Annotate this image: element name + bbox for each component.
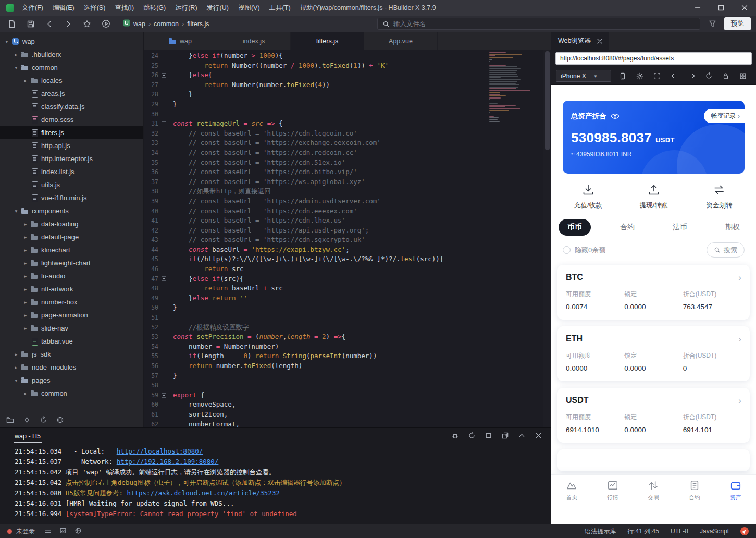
tree-item-locales[interactable]: ▸locales	[0, 74, 143, 87]
line-number[interactable]: 57	[144, 371, 158, 381]
tree-item-http.api.js[interactable]: http.api.js	[0, 139, 143, 152]
log-link[interactable]: http://localhost:8080/	[117, 447, 203, 455]
asset-card-BTC[interactable]: BTC›可用额度0.0074锁定0.0000折合(USDT)763.4547	[557, 265, 750, 320]
line-number[interactable]: 62	[144, 420, 158, 427]
line-number[interactable]: 33	[144, 138, 158, 148]
syntax-hint-library[interactable]: 语法提示库	[585, 527, 616, 536]
breadcrumb-item[interactable]: wap	[133, 20, 145, 28]
breadcrumb-item[interactable]: common	[154, 20, 179, 28]
account-records-button[interactable]: 帐变记录 ›	[704, 109, 745, 123]
tree-item-utils.js[interactable]: utils.js	[0, 178, 143, 191]
log-link[interactable]: https://ask.dcloud.net.cn/article/35232	[127, 489, 280, 497]
login-status[interactable]: 未登录	[16, 527, 35, 536]
line-number[interactable]: 45	[144, 254, 158, 264]
line-number[interactable]: 39	[144, 197, 158, 206]
console-tab[interactable]: wap - H5	[14, 430, 42, 443]
tree-item-tabbar.vue[interactable]: tabbar.vue	[0, 335, 143, 348]
save-button[interactable]	[24, 17, 38, 31]
line-number[interactable]: 29	[144, 100, 158, 109]
asset-tab-法币[interactable]: 法币	[664, 219, 696, 236]
tree-item-components[interactable]: ▾components	[0, 204, 143, 217]
chevron-down-icon[interactable]: ▾	[13, 65, 20, 70]
run-button[interactable]	[99, 17, 113, 31]
fold-marker-icon[interactable]	[158, 276, 169, 281]
line-number[interactable]: 42	[144, 226, 158, 236]
search-input[interactable]	[393, 20, 695, 28]
menu-item[interactable]: 文件(F)	[17, 0, 48, 16]
chevron-down-icon[interactable]: ▾	[13, 208, 20, 214]
tree-item-demo.scss[interactable]: demo.scss	[0, 113, 143, 126]
line-number[interactable]: 37	[144, 177, 158, 187]
line-number[interactable]: 60	[144, 400, 158, 410]
new-file-button[interactable]	[5, 17, 19, 31]
line-number[interactable]: 48	[144, 284, 158, 294]
open-external-icon[interactable]	[501, 432, 509, 441]
tree-item-http.interceptor.js[interactable]: http.interceptor.js	[0, 152, 143, 165]
fold-marker-icon[interactable]	[158, 121, 169, 126]
editor-tab-index.js[interactable]: index.js	[217, 32, 291, 50]
encoding[interactable]: UTF-8	[671, 528, 688, 535]
menu-item[interactable]: 编辑(E)	[48, 0, 79, 16]
tree-item-areas.js[interactable]: areas.js	[0, 87, 143, 100]
fold-marker-icon[interactable]	[158, 393, 169, 398]
tree-item-data-loading[interactable]: ▸data-loading	[0, 217, 143, 230]
restart-icon[interactable]	[468, 432, 476, 441]
url-input[interactable]	[555, 52, 752, 65]
debug-bug-icon[interactable]	[451, 432, 459, 441]
locate-file-icon[interactable]	[23, 416, 31, 425]
tree-item-index.list.js[interactable]: index.list.js	[0, 165, 143, 178]
menu-item[interactable]: 视图(V)	[233, 0, 265, 16]
tree-item-lightweight-chart[interactable]: ▸lightweight-chart	[0, 256, 143, 270]
line-number[interactable]: 54	[144, 342, 158, 352]
line-number[interactable]: 34	[144, 148, 158, 158]
bookmark-button[interactable]	[80, 17, 94, 31]
line-number[interactable]: 53	[144, 332, 158, 342]
close-button[interactable]	[733, 0, 756, 16]
asset-search-button[interactable]: 搜索	[707, 242, 745, 258]
line-number[interactable]: 58	[144, 381, 158, 390]
chevron-right-icon[interactable]: ▸	[13, 52, 20, 57]
line-number[interactable]: 55	[144, 351, 158, 361]
line-number[interactable]: 46	[144, 264, 158, 274]
action-deposit[interactable]: 充值/收款	[555, 183, 621, 210]
line-number[interactable]: 47	[144, 274, 158, 284]
nav-forward-icon[interactable]	[686, 69, 697, 83]
line-number[interactable]: 59	[144, 390, 158, 400]
menu-item[interactable]: 工具(T)	[265, 0, 295, 16]
list-icon[interactable]	[44, 527, 52, 536]
screenshot-icon[interactable]	[617, 69, 628, 83]
line-number[interactable]: 51	[144, 313, 158, 323]
nav-item-行情[interactable]: 行情	[592, 480, 634, 509]
fold-marker-icon[interactable]	[158, 335, 169, 339]
tree-item-node_modules[interactable]: ▸node_modules	[0, 361, 143, 374]
tree-item-lu-audio[interactable]: ▸lu-audio	[0, 270, 143, 283]
close-icon[interactable]	[597, 39, 602, 44]
tree-item-common[interactable]: ▸common	[0, 387, 143, 400]
line-number[interactable]: 24	[144, 51, 158, 61]
nav-item-首页[interactable]: 首页	[551, 480, 592, 509]
chevron-right-icon[interactable]: ▸	[22, 78, 29, 83]
chevron-right-icon[interactable]: ▸	[13, 364, 20, 370]
chevron-right-icon[interactable]: ▸	[22, 247, 29, 253]
line-number[interactable]: 25	[144, 61, 158, 71]
rocket-icon[interactable]	[740, 527, 749, 535]
tree-item-default-page[interactable]: ▸default-page	[0, 230, 143, 243]
settings-gear-icon[interactable]	[634, 69, 646, 83]
tree-item-common[interactable]: ▾common	[0, 61, 143, 74]
tree-item-nft-artwork[interactable]: ▸nft-artwork	[0, 283, 143, 296]
line-number[interactable]: 44	[144, 245, 158, 255]
nav-back-icon[interactable]	[668, 69, 680, 83]
tree-item-.hbuilderx[interactable]: ▸.hbuilderx	[0, 48, 143, 61]
line-number[interactable]: 28	[144, 90, 158, 100]
line-number[interactable]: 50	[144, 303, 158, 313]
line-number[interactable]: 49	[144, 294, 158, 303]
nav-item-合约[interactable]: 合约	[674, 480, 715, 509]
editor-tab-filters.js[interactable]: filters.js	[291, 32, 364, 50]
line-number[interactable]: 36	[144, 167, 158, 177]
minimize-button[interactable]	[686, 0, 709, 16]
line-number[interactable]: 26	[144, 70, 158, 80]
scrollbar-thumb[interactable]	[545, 51, 550, 150]
collapse-panel-icon[interactable]	[518, 432, 526, 441]
chevron-right-icon[interactable]: ▸	[22, 286, 29, 292]
fullscreen-icon[interactable]	[651, 69, 663, 83]
